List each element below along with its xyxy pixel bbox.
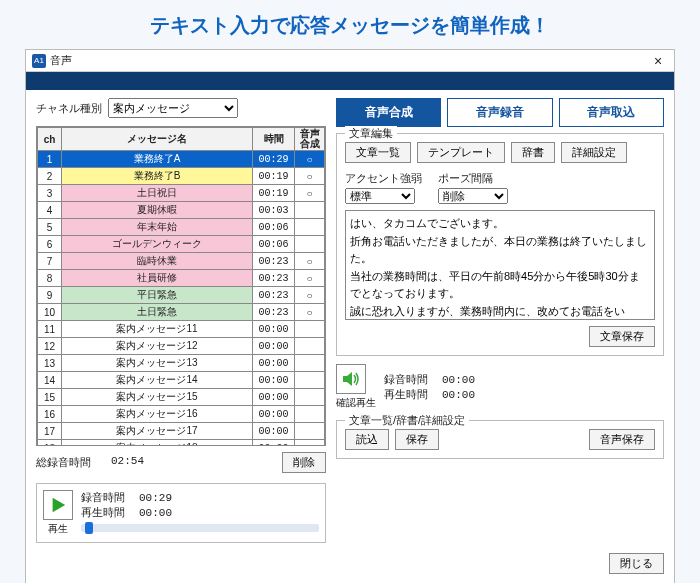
tab-import[interactable]: 音声取込	[559, 98, 664, 127]
table-row[interactable]: 5年末年始00:06	[38, 219, 325, 236]
table-row[interactable]: 9平日緊急00:23○	[38, 287, 325, 304]
top-strip	[26, 72, 674, 90]
table-row[interactable]: 6ゴールデンウィーク00:06	[38, 236, 325, 253]
table-row[interactable]: 14案内メッセージ1400:00	[38, 372, 325, 389]
rec-time-label: 録音時間	[81, 490, 125, 505]
table-row[interactable]: 11案内メッセージ1100:00	[38, 321, 325, 338]
cell-name: 案内メッセージ13	[62, 355, 253, 372]
cell-time: 00:00	[253, 338, 295, 355]
table-row[interactable]: 18案内メッセージ1800:00	[38, 440, 325, 447]
save-button[interactable]: 保存	[395, 429, 439, 450]
table-row[interactable]: 16案内メッセージ1600:00	[38, 406, 325, 423]
banner-headline: テキスト入力で応答メッセージを簡単作成！	[0, 0, 700, 49]
confirm-rec-label: 録音時間	[384, 372, 428, 387]
dictionary-button[interactable]: 辞書	[511, 142, 555, 163]
template-button[interactable]: テンプレート	[417, 142, 505, 163]
table-row[interactable]: 2業務終了B00:19○	[38, 168, 325, 185]
table-row[interactable]: 8社員研修00:23○	[38, 270, 325, 287]
cell-time: 00:00	[253, 389, 295, 406]
play-time-label: 再生時間	[81, 505, 125, 520]
cell-ch: 10	[38, 304, 62, 321]
close-icon[interactable]: ×	[648, 53, 668, 69]
cell-name: 業務終了B	[62, 168, 253, 185]
total-rec-label: 総録音時間	[36, 455, 91, 470]
table-row[interactable]: 4夏期休暇00:03	[38, 202, 325, 219]
table-row[interactable]: 13案内メッセージ1300:00	[38, 355, 325, 372]
audio-save-button[interactable]: 音声保存	[589, 429, 655, 450]
cell-name: 案内メッセージ14	[62, 372, 253, 389]
detail-settings-button[interactable]: 詳細設定	[561, 142, 627, 163]
read-button[interactable]: 読込	[345, 429, 389, 450]
table-row[interactable]: 7臨時休業00:23○	[38, 253, 325, 270]
cell-ch: 18	[38, 440, 62, 447]
titlebar: A1 音声 ×	[26, 50, 674, 72]
play-button[interactable]	[43, 490, 73, 520]
play-time-value: 00:00	[139, 507, 172, 519]
cell-name: 土日緊急	[62, 304, 253, 321]
table-row[interactable]: 10土日緊急00:23○	[38, 304, 325, 321]
cell-tts: ○	[295, 185, 325, 202]
cell-ch: 6	[38, 236, 62, 253]
cell-name: 平日緊急	[62, 287, 253, 304]
cell-ch: 3	[38, 185, 62, 202]
cell-tts	[295, 219, 325, 236]
cell-time: 00:00	[253, 372, 295, 389]
audio-window: A1 音声 × チャネル種別 案内メッセージ ch メッセージ名 時間	[25, 49, 675, 583]
confirm-play-caption: 確認再生	[336, 396, 376, 410]
cell-name: 土日祝日	[62, 185, 253, 202]
cell-tts	[295, 406, 325, 423]
cell-name: ゴールデンウィーク	[62, 236, 253, 253]
dict-group: 文章一覧/辞書/詳細設定 読込 保存 音声保存	[336, 420, 664, 459]
speaker-icon[interactable]	[336, 364, 366, 394]
confirm-rec-value: 00:00	[442, 374, 475, 386]
cell-time: 00:06	[253, 219, 295, 236]
col-ch: ch	[38, 128, 62, 151]
table-row[interactable]: 1業務終了A00:29○	[38, 151, 325, 168]
pause-select[interactable]: 削除	[438, 188, 508, 204]
tab-record[interactable]: 音声録音	[447, 98, 552, 127]
cell-tts: ○	[295, 270, 325, 287]
table-row[interactable]: 15案内メッセージ1500:00	[38, 389, 325, 406]
delete-button[interactable]: 削除	[282, 452, 326, 473]
col-tts: 音声 合成	[295, 128, 325, 151]
cell-tts: ○	[295, 168, 325, 185]
cell-name: 社員研修	[62, 270, 253, 287]
svg-marker-0	[53, 498, 66, 512]
edit-group: 文章編集 文章一覧 テンプレート 辞書 詳細設定 アクセント強弱 標準	[336, 133, 664, 356]
channel-type-select[interactable]: 案内メッセージ	[108, 98, 238, 118]
cell-tts	[295, 423, 325, 440]
channel-type-label: チャネル種別	[36, 101, 102, 116]
sentence-list-button[interactable]: 文章一覧	[345, 142, 411, 163]
slider-thumb[interactable]	[85, 522, 93, 534]
col-name: メッセージ名	[62, 128, 253, 151]
cell-ch: 13	[38, 355, 62, 372]
table-row[interactable]: 12案内メッセージ1200:00	[38, 338, 325, 355]
dict-group-label: 文章一覧/辞書/詳細設定	[345, 413, 469, 428]
app-icon: A1	[32, 54, 46, 68]
message-text[interactable]	[345, 210, 655, 320]
cell-time: 00:06	[253, 236, 295, 253]
cell-name: 案内メッセージ17	[62, 423, 253, 440]
cell-time: 00:23	[253, 270, 295, 287]
cell-ch: 1	[38, 151, 62, 168]
cell-time: 00:03	[253, 202, 295, 219]
message-table: ch メッセージ名 時間 音声 合成 1業務終了A00:29○2業務終了B00:…	[36, 126, 326, 446]
cell-tts	[295, 236, 325, 253]
close-button[interactable]: 閉じる	[609, 553, 664, 574]
pause-label: ポーズ間隔	[438, 171, 508, 186]
accent-select[interactable]: 標準	[345, 188, 415, 204]
cell-ch: 9	[38, 287, 62, 304]
save-text-button[interactable]: 文章保存	[589, 326, 655, 347]
window-title: 音声	[50, 53, 648, 68]
edit-group-label: 文章編集	[345, 126, 397, 141]
table-row[interactable]: 17案内メッセージ1700:00	[38, 423, 325, 440]
cell-name: 案内メッセージ12	[62, 338, 253, 355]
svg-marker-1	[343, 372, 352, 386]
play-caption: 再生	[43, 522, 73, 536]
table-row[interactable]: 3土日祝日00:19○	[38, 185, 325, 202]
playback-slider[interactable]	[81, 524, 319, 532]
cell-time: 00:00	[253, 321, 295, 338]
cell-name: 案内メッセージ11	[62, 321, 253, 338]
cell-name: 臨時休業	[62, 253, 253, 270]
tab-tts[interactable]: 音声合成	[336, 98, 441, 127]
